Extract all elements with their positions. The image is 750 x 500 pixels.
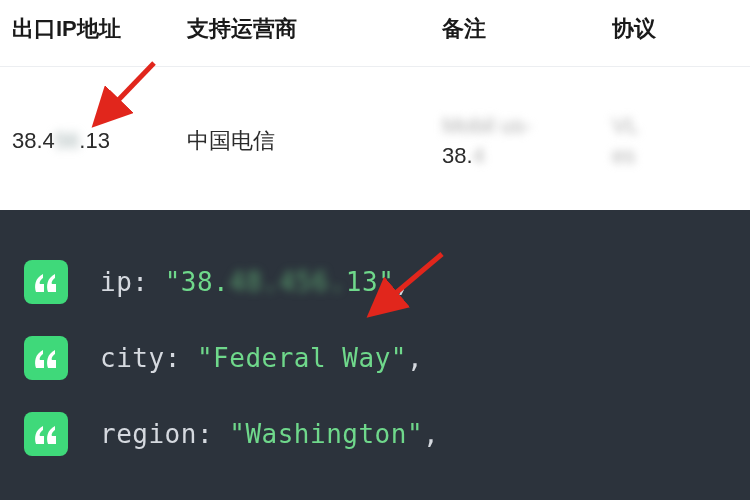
ip-table: 出口IP地址 支持运营商 备注 协议 38.4 56 .13 中国电信 Mobi… (0, 0, 750, 210)
cell-ip: 38.4 56 .13 (12, 128, 187, 154)
cell-protocol: VL es (612, 111, 722, 170)
remark-prefix: 38. (442, 143, 473, 168)
quote-icon (24, 260, 68, 304)
ip-prefix: 38.4 (12, 128, 55, 153)
code-panel: ip: "38.48.456.13", city: "Federal Way",… (0, 210, 750, 500)
quote-icon (24, 412, 68, 456)
header-carrier: 支持运营商 (187, 14, 442, 44)
city-value: Federal Way (213, 343, 391, 373)
cell-remark: Mobil us- 38.4 (442, 111, 612, 170)
quote-icon (24, 336, 68, 380)
protocol-obscured-line1: VL (612, 111, 639, 141)
code-line-region: region: "Washington", (24, 412, 726, 456)
code-text-city: city: "Federal Way", (100, 343, 423, 373)
key-city: city (100, 343, 165, 373)
cell-carrier: 中国电信 (187, 126, 442, 156)
remark-obscured-tail: 4 (473, 141, 485, 171)
ip-obscured: 56 (55, 128, 79, 154)
header-remark: 备注 (442, 14, 612, 44)
key-ip: ip (100, 267, 132, 297)
table-row: 38.4 56 .13 中国电信 Mobil us- 38.4 VL es (0, 67, 750, 210)
protocol-obscured-line2: es (612, 141, 635, 171)
header-protocol: 协议 (612, 14, 722, 44)
remark-obscured-line1: Mobil us- (442, 111, 531, 141)
ip-value-prefix: 38. (181, 267, 229, 297)
header-ip: 出口IP地址 (12, 14, 187, 44)
key-region: region (100, 419, 197, 449)
table-header-row: 出口IP地址 支持运营商 备注 协议 (0, 0, 750, 67)
ip-value-obscured: 48.456. (229, 267, 346, 297)
region-value: Washington (245, 419, 407, 449)
ip-suffix: .13 (79, 128, 110, 153)
code-line-city: city: "Federal Way", (24, 336, 726, 380)
code-line-ip: ip: "38.48.456.13", (24, 260, 726, 304)
code-text-region: region: "Washington", (100, 419, 439, 449)
code-text-ip: ip: "38.48.456.13", (100, 267, 410, 297)
ip-value-suffix: 13 (346, 267, 378, 297)
